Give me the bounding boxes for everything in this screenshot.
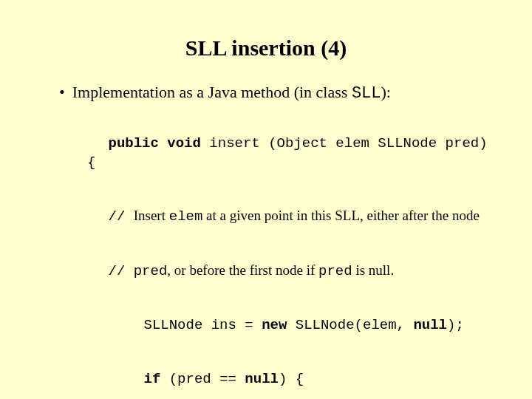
code-signature: public void insert (Object elem SLLNode … bbox=[87, 117, 488, 190]
bullet-text-2: ): bbox=[381, 83, 390, 101]
c2-t2: is null. bbox=[352, 262, 394, 278]
bullet-code: SLL bbox=[352, 84, 381, 103]
code-line-new: SLLNode ins = new SLLNode(elem, null); bbox=[87, 298, 488, 352]
l2d: ) { bbox=[279, 371, 304, 387]
bullet-list: Implementation as a Java method (in clas… bbox=[59, 81, 488, 105]
l1b: new bbox=[262, 317, 287, 333]
slide: SLL insertion (4) Implementation as a Ja… bbox=[0, 0, 532, 399]
c1-t1: Insert bbox=[134, 208, 169, 223]
code-line-if: if (pred == null) { bbox=[87, 352, 488, 399]
c1-m1: elem bbox=[169, 208, 203, 225]
c2-slashes: // bbox=[109, 263, 134, 279]
bullet-text-1: Implementation as a Java method (in clas… bbox=[72, 83, 352, 101]
l2b: (pred == bbox=[160, 371, 245, 387]
c1-t2: at a given point in this SLL, either aft… bbox=[202, 208, 480, 223]
l1a: SLLNode ins = bbox=[144, 317, 262, 333]
code-comment-2: // pred, or before the first node if pre… bbox=[87, 244, 488, 298]
l2a: if bbox=[144, 371, 161, 387]
l2c: null bbox=[245, 371, 279, 387]
page-title: SLL insertion (4) bbox=[44, 35, 488, 61]
l1d: null bbox=[413, 317, 447, 333]
kw-public-void: public void bbox=[109, 135, 201, 151]
code-comment-1: // Insert elem at a given point in this … bbox=[87, 190, 488, 244]
bullet-item: Implementation as a Java method (in clas… bbox=[59, 81, 488, 105]
c2-t1: , or before the first node if bbox=[167, 262, 318, 278]
code-block: public void insert (Object elem SLLNode … bbox=[87, 117, 488, 399]
l1e: ); bbox=[447, 317, 464, 333]
c2-m2: pred bbox=[318, 263, 352, 279]
c1-slashes: // bbox=[109, 208, 134, 225]
c2-m1: pred bbox=[134, 263, 168, 279]
l1c: SLLNode(elem, bbox=[287, 317, 413, 333]
